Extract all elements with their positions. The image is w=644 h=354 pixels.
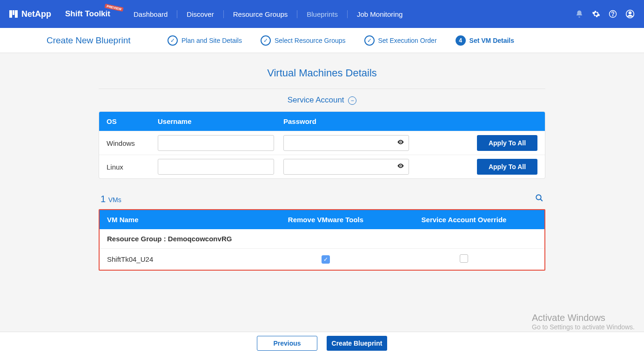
toolkit-title: Shift Toolkit PREVIEW <box>65 9 110 19</box>
wizard-subheader: Create New Blueprint ✓ Plan and Site Det… <box>0 28 644 53</box>
bell-icon[interactable] <box>575 10 584 18</box>
step-vm-details[interactable]: ✓4 Set VM Details <box>456 35 514 46</box>
wizard-steps: ✓ Plan and Site Details ✓ Select Resourc… <box>168 35 514 46</box>
subheader-title: Create New Blueprint <box>47 35 140 46</box>
header-icons <box>575 9 635 19</box>
step-execution-order[interactable]: ✓ Set Execution Order <box>364 35 437 46</box>
brand-logo: NetApp <box>9 9 51 19</box>
help-icon[interactable] <box>609 10 617 18</box>
brand-name: NetApp <box>21 9 51 19</box>
svg-point-3 <box>629 12 631 14</box>
netapp-icon <box>9 10 18 18</box>
svg-point-1 <box>612 15 613 16</box>
nav-job-monitoring[interactable]: Job Monitoring <box>348 10 412 18</box>
nav-dashboard[interactable]: Dashboard <box>124 10 177 18</box>
app-header: NetApp Shift Toolkit PREVIEW Dashboard D… <box>0 0 644 28</box>
nav-discover[interactable]: Discover <box>177 10 223 18</box>
main-nav: Dashboard Discover Resource Groups Bluep… <box>124 10 412 18</box>
step-plan-site[interactable]: ✓ Plan and Site Details <box>168 35 242 46</box>
nav-blueprints[interactable]: Blueprints <box>297 10 348 18</box>
gear-icon[interactable] <box>592 10 600 18</box>
user-icon[interactable] <box>625 9 635 19</box>
step-select-resource-groups[interactable]: ✓ Select Resource Groups <box>261 35 346 46</box>
nav-resource-groups[interactable]: Resource Groups <box>224 10 298 18</box>
